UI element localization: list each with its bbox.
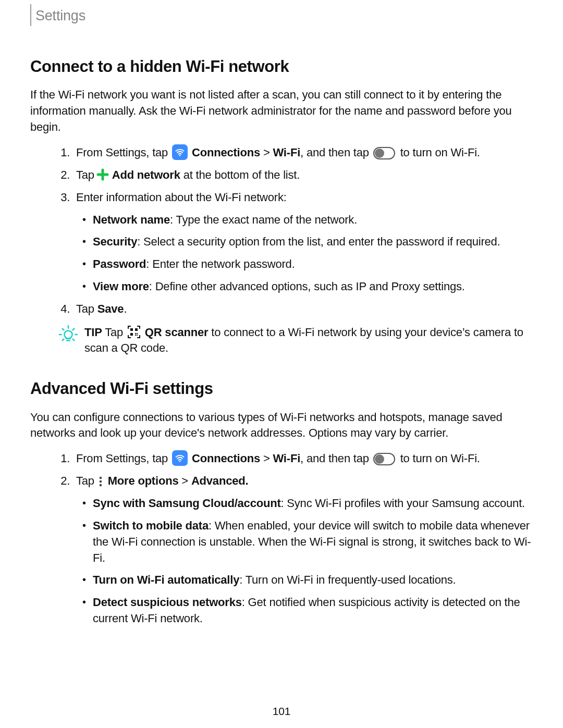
list-item: Network name: Type the exact name of the… xyxy=(79,212,533,228)
connections-icon xyxy=(172,450,188,466)
list-item: View more: Define other advanced options… xyxy=(79,279,533,295)
step-3: Enter information about the Wi-Fi networ… xyxy=(73,190,533,295)
text: : Type the exact name of the network. xyxy=(170,213,357,226)
text: to turn on Wi-Fi. xyxy=(400,146,480,159)
list-item: Turn on Wi-Fi automatically: Turn on Wi-… xyxy=(79,572,533,588)
qr-icon xyxy=(127,325,141,339)
tip-text: TIP Tap QR scanner to connect to a Wi-Fi… xyxy=(84,325,533,357)
steps-advanced-wifi: From Settings, tap Connections > Wi-Fi, … xyxy=(30,451,533,627)
lightbulb-icon xyxy=(58,325,78,344)
header-rule xyxy=(30,4,31,26)
wifi-label: Wi-Fi xyxy=(273,452,301,465)
svg-point-18 xyxy=(179,461,181,462)
text: at the bottom of the list. xyxy=(183,168,300,181)
save-label: Save xyxy=(97,302,124,315)
gt: > xyxy=(260,452,273,465)
wifi-label: Wi-Fi xyxy=(273,146,301,159)
text: . xyxy=(124,302,127,315)
qr-scanner-label: QR scanner xyxy=(145,326,209,339)
text: From Settings, tap xyxy=(76,146,171,159)
list-item: Detect suspicious networks: Get notified… xyxy=(79,595,533,627)
step-4: Tap Save. xyxy=(73,301,533,317)
text: , and then tap xyxy=(300,146,372,159)
label: Sync with Samsung Cloud/account xyxy=(93,497,281,510)
label: Security xyxy=(93,235,137,248)
svg-point-3 xyxy=(64,330,72,338)
list-item: Security: Select a security option from … xyxy=(79,234,533,250)
svg-line-7 xyxy=(63,328,64,330)
text: : Sync Wi-Fi profiles with your Samsung … xyxy=(281,497,525,510)
more-options-icon xyxy=(97,475,105,488)
text: Enter information about the Wi-Fi networ… xyxy=(76,191,287,204)
text: Tap xyxy=(76,168,97,181)
svg-point-20 xyxy=(99,480,102,483)
gt: > xyxy=(178,474,191,487)
svg-line-8 xyxy=(73,328,75,330)
substeps: Sync with Samsung Cloud/account: Sync Wi… xyxy=(79,496,533,627)
label: Password xyxy=(93,257,146,270)
gt: > xyxy=(260,146,273,159)
breadcrumb: Settings xyxy=(35,6,85,26)
label: Switch to mobile data xyxy=(93,519,209,532)
text: : Turn on Wi-Fi in frequently-used locat… xyxy=(239,573,456,586)
svg-point-19 xyxy=(99,476,102,479)
svg-rect-16 xyxy=(135,335,136,336)
tip-label: TIP xyxy=(84,326,102,339)
label: View more xyxy=(93,280,149,293)
text: Tap xyxy=(76,302,97,315)
step-1: From Settings, tap Connections > Wi-Fi, … xyxy=(73,451,533,467)
plus-icon xyxy=(96,168,109,181)
lead-advanced-wifi: You can configure connections to various… xyxy=(30,410,533,442)
lead-hidden-wifi: If the Wi-Fi network you want is not lis… xyxy=(30,87,533,135)
substeps: Network name: Type the exact name of the… xyxy=(79,212,533,295)
page-number: 101 xyxy=(0,704,563,719)
text: : Enter the network password. xyxy=(146,257,295,270)
more-options-label: More options xyxy=(108,474,179,487)
svg-rect-17 xyxy=(137,335,138,336)
connections-icon xyxy=(172,144,188,160)
svg-point-0 xyxy=(179,155,181,156)
text: , and then tap xyxy=(300,452,372,465)
svg-point-21 xyxy=(99,484,102,486)
list-item: Password: Enter the network password. xyxy=(79,256,533,273)
toggle-icon xyxy=(373,147,395,159)
text: Tap xyxy=(76,474,97,487)
advanced-label: Advanced. xyxy=(191,474,248,487)
text: : Select a security option from the list… xyxy=(137,235,500,248)
toggle-icon xyxy=(373,453,395,465)
heading-advanced-wifi: Advanced Wi-Fi settings xyxy=(30,377,533,400)
label: Detect suspicious networks xyxy=(93,596,242,609)
svg-rect-12 xyxy=(135,328,138,331)
connections-label: Connections xyxy=(192,146,260,159)
text: : Define other advanced options, such as… xyxy=(149,280,465,293)
svg-rect-14 xyxy=(135,333,136,334)
heading-hidden-wifi: Connect to a hidden Wi-Fi network xyxy=(30,55,533,78)
steps-hidden-wifi: From Settings, tap Connections > Wi-Fi, … xyxy=(30,145,533,317)
svg-line-10 xyxy=(73,339,75,340)
page: Settings Connect to a hidden Wi-Fi netwo… xyxy=(0,0,563,728)
list-item: Switch to mobile data: When enabled, you… xyxy=(79,518,533,566)
text: Tap xyxy=(102,326,126,339)
text: From Settings, tap xyxy=(76,452,171,465)
svg-line-9 xyxy=(63,339,64,340)
add-network-label: Add network xyxy=(112,168,180,181)
text: to turn on Wi-Fi. xyxy=(400,452,480,465)
connections-label: Connections xyxy=(192,452,260,465)
tip: TIP Tap QR scanner to connect to a Wi-Fi… xyxy=(58,325,533,357)
list-item: Sync with Samsung Cloud/account: Sync Wi… xyxy=(79,496,533,512)
svg-rect-13 xyxy=(130,333,133,336)
label: Network name xyxy=(93,213,170,226)
step-1: From Settings, tap Connections > Wi-Fi, … xyxy=(73,145,533,161)
step-2: Tap More options > Advanced. Sync with S… xyxy=(73,473,533,626)
svg-rect-11 xyxy=(130,328,133,331)
step-2: Tap Add network at the bottom of the lis… xyxy=(73,167,533,183)
label: Turn on Wi-Fi automatically xyxy=(93,573,239,586)
svg-rect-15 xyxy=(137,333,138,334)
